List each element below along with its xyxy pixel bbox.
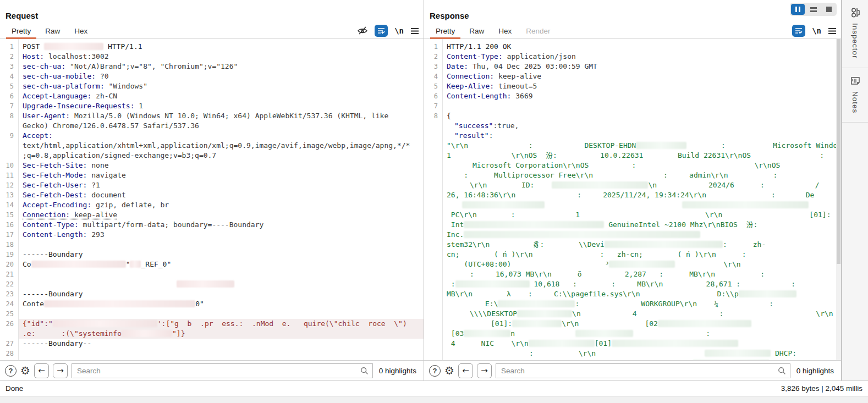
sidebar-tab-notes[interactable]: Notes bbox=[842, 68, 868, 123]
sidebar-tab-inspector[interactable]: Inspector bbox=[842, 0, 868, 68]
code-text: Connection: bbox=[23, 211, 70, 219]
code-text: \\\\DESKTOP bbox=[470, 310, 517, 318]
code-line: [03n: bbox=[424, 329, 841, 339]
search-next-button[interactable]: → bbox=[53, 363, 68, 378]
code-text: [01]: bbox=[491, 319, 512, 328]
code-text: WORKGROUP\r\n ¼ bbox=[641, 300, 718, 308]
code-line: 6Accept-Language: zh-CN bbox=[0, 91, 424, 101]
status-right: 3,826 bytes | 2,045 millis bbox=[781, 384, 862, 393]
code-text: "Windows" bbox=[105, 82, 147, 90]
settings-gear-icon[interactable]: ⚙ bbox=[444, 365, 454, 376]
line-number: 10 bbox=[0, 161, 18, 170]
code-text: keep-alive bbox=[70, 211, 117, 219]
line-number bbox=[424, 319, 442, 329]
settings-gear-icon[interactable]: ⚙ bbox=[20, 365, 30, 376]
line-number: 26 bbox=[0, 319, 18, 329]
code-text: [01]: bbox=[809, 211, 831, 219]
request-editor[interactable]: 1POST HTTP/1.12Host: localhost:30023sec-… bbox=[0, 39, 424, 360]
editor-menu-icon[interactable] bbox=[410, 27, 419, 35]
code-text: ;q=0.8,application/signed-exchange;v=b3;… bbox=[23, 151, 216, 159]
code-text: ------Boundary-- bbox=[23, 339, 91, 347]
code-text: ------Boundary bbox=[23, 250, 83, 258]
editor-menu-icon[interactable] bbox=[828, 27, 837, 35]
scrollbar-thumb[interactable] bbox=[837, 39, 840, 264]
code-line: 26{"id":"':["g b .pr ess.: .nMod e. quir… bbox=[0, 319, 424, 329]
show-newlines-icon[interactable]: \n bbox=[394, 26, 404, 35]
status-left: Done bbox=[6, 384, 23, 393]
code-line: 17Content-Length: 293 bbox=[0, 230, 424, 240]
search-prev-button[interactable]: ← bbox=[458, 363, 473, 378]
code-line: :\r\n DHCP: bbox=[424, 349, 841, 358]
line-number: 6 bbox=[0, 91, 18, 101]
code-line: 1 \r\nOS 汾: 10.0.22631 Build 22631\r\nOS… bbox=[424, 151, 841, 161]
word-wrap-icon[interactable] bbox=[375, 25, 388, 37]
tab-raw[interactable]: Raw bbox=[38, 24, 67, 38]
code-line: 7 bbox=[424, 101, 841, 111]
line-number: 18 bbox=[0, 240, 18, 250]
pause-intercept-button[interactable] bbox=[791, 4, 805, 15]
response-scrollbar[interactable] bbox=[836, 39, 841, 360]
code-line: 20Co"_REF_0" bbox=[0, 260, 424, 269]
code-text: keep-alive bbox=[494, 72, 541, 80]
redacted-blur bbox=[512, 320, 562, 327]
redacted-blur bbox=[464, 330, 510, 337]
code-line: 3Date: Thu, 04 Dec 2025 03:00:59 GMT bbox=[424, 62, 841, 71]
line-number: 20 bbox=[0, 260, 18, 269]
tab-hex[interactable]: Hex bbox=[491, 24, 519, 38]
code-line: 19------Boundary bbox=[0, 250, 424, 260]
stacked-layout-button[interactable] bbox=[806, 4, 820, 15]
code-text: : Multiprocessor Free\r\n bbox=[447, 171, 593, 179]
notes-document-icon bbox=[850, 76, 860, 86]
search-input[interactable] bbox=[72, 363, 373, 378]
redacted-blur bbox=[53, 320, 157, 327]
redacted-blur bbox=[464, 221, 604, 228]
code-text: Conte bbox=[23, 300, 44, 308]
code-text: "result" bbox=[454, 131, 489, 140]
code-text: λ : C:\\pagefile.sys\r\n bbox=[507, 290, 640, 298]
hide-nonprintable-icon[interactable] bbox=[357, 26, 368, 36]
search-input[interactable] bbox=[496, 363, 790, 378]
line-number: 12 bbox=[0, 180, 18, 190]
code-line: 13Sec-Fetch-Dest: document bbox=[0, 190, 424, 200]
code-text: : bbox=[489, 131, 493, 140]
search-prev-button[interactable]: ← bbox=[34, 363, 49, 378]
code-text: : bbox=[447, 280, 455, 288]
word-wrap-icon[interactable] bbox=[792, 25, 805, 37]
show-newlines-icon[interactable]: \n bbox=[812, 26, 821, 35]
redacted-blur bbox=[658, 320, 751, 327]
line-number: 2 bbox=[424, 52, 442, 62]
code-line: 8{ bbox=[424, 111, 841, 121]
single-layout-button[interactable] bbox=[822, 4, 836, 15]
help-icon[interactable]: ? bbox=[429, 365, 441, 377]
tab-hex[interactable]: Hex bbox=[67, 24, 95, 38]
code-text: : bbox=[706, 329, 710, 338]
tab-pretty[interactable]: Pretty bbox=[4, 24, 38, 38]
line-number bbox=[0, 141, 18, 151]
line-number bbox=[424, 339, 442, 349]
line-number bbox=[424, 358, 442, 360]
code-line: "\r\n : DESKTOP-EHDN : Microsoft Windows… bbox=[424, 141, 841, 151]
code-text: : bbox=[575, 300, 579, 308]
code-text: stem32\r\n 豸: \\Devi bbox=[447, 240, 605, 249]
request-code: 1POST HTTP/1.12Host: localhost:30023sec-… bbox=[0, 42, 424, 358]
code-text: 3669 bbox=[511, 92, 532, 100]
line-number bbox=[0, 121, 18, 131]
line-number: 3 bbox=[0, 62, 18, 71]
response-editor[interactable]: 1HTTP/1.1 200 OK2Content-Type: applicati… bbox=[424, 39, 841, 360]
code-line bbox=[424, 200, 841, 210]
redacted-blur bbox=[462, 201, 545, 208]
line-number: 28 bbox=[0, 349, 18, 358]
help-icon[interactable]: ? bbox=[5, 365, 17, 377]
code-text: .e: :(\"systeminfo bbox=[23, 329, 122, 338]
code-line: 2Host: localhost:3002 bbox=[0, 52, 424, 62]
line-number bbox=[424, 131, 442, 141]
line-number: 13 bbox=[0, 190, 18, 200]
code-text: Host: bbox=[23, 52, 44, 60]
search-next-button[interactable]: → bbox=[477, 363, 492, 378]
tab-raw[interactable]: Raw bbox=[462, 24, 491, 38]
code-text: application/json bbox=[503, 52, 576, 60]
code-line: 6Content-Length: 3669 bbox=[424, 91, 841, 101]
tab-pretty[interactable]: Pretty bbox=[428, 24, 462, 38]
code-text: navigate bbox=[87, 171, 125, 179]
line-number bbox=[424, 230, 442, 240]
